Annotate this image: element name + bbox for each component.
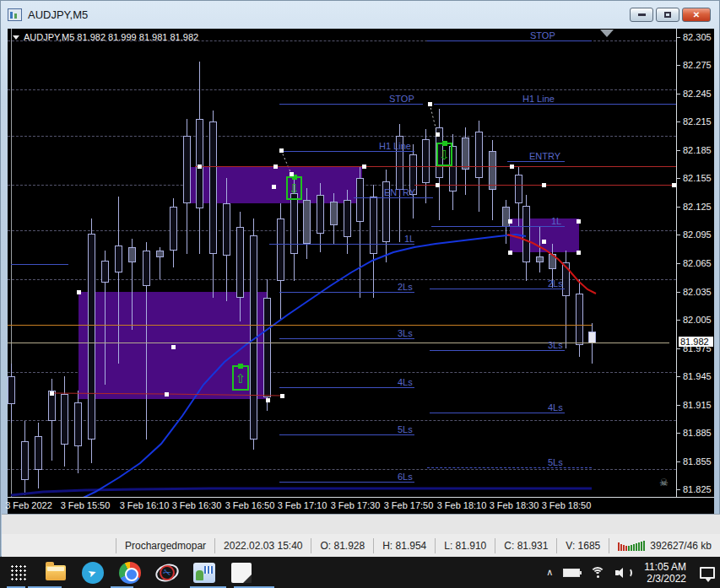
selection-handle[interactable] [165, 392, 169, 396]
level-line[interactable] [279, 104, 423, 105]
chart-window-icon [8, 8, 22, 21]
candle-body [223, 203, 230, 256]
price-tick-label: 82.215 [683, 116, 712, 127]
taskbar-item-chrome[interactable] [111, 557, 149, 588]
selection-handle[interactable] [542, 183, 546, 187]
price-tick [677, 348, 680, 349]
selection-handle[interactable] [266, 398, 270, 402]
battery-icon[interactable] [558, 557, 585, 588]
status-field: H: 81.954 [373, 538, 435, 553]
selection-handle[interactable] [273, 165, 278, 169]
candle-body [422, 139, 430, 183]
tray-expand-chevron-icon[interactable]: ∧ [541, 557, 558, 588]
price-tick [677, 235, 680, 235]
close-button[interactable]: ✕ [682, 8, 711, 22]
price-tick-label: 82.005 [683, 315, 712, 325]
selection-handle[interactable] [436, 183, 440, 187]
selection-handle[interactable] [279, 148, 284, 153]
level-line[interactable] [279, 387, 414, 388]
selection-handle[interactable] [362, 165, 366, 169]
level-line[interactable] [11, 264, 68, 265]
level-line[interactable] [279, 434, 414, 435]
price-tick [677, 121, 680, 122]
candle-body [115, 245, 122, 272]
selection-handle[interactable] [77, 290, 81, 294]
price-scale[interactable]: 82.30582.27582.24582.21582.18582.15582.1… [677, 29, 714, 497]
level-line[interactable] [354, 197, 433, 198]
level-line[interactable] [430, 350, 565, 351]
selection-handle[interactable] [436, 132, 440, 137]
candle-body [250, 235, 257, 440]
level-line[interactable] [507, 161, 565, 162]
time-tick-label: 3 Feb 16:50 [225, 500, 275, 510]
price-tick-label: 82.275 [683, 60, 712, 70]
level-line[interactable] [279, 338, 414, 339]
candle-body [8, 376, 15, 404]
restore-button[interactable] [656, 8, 679, 22]
buy-arrow-marker[interactable]: ⇧ [232, 365, 249, 391]
price-tick-label: 82.155 [683, 173, 712, 183]
candle-body [170, 207, 177, 251]
selection-handle[interactable] [542, 240, 546, 244]
selection-handle[interactable] [272, 185, 276, 189]
sell-arrow-marker[interactable]: ⇩ [436, 143, 452, 166]
level-line-dashed[interactable] [427, 467, 592, 468]
minimize-button[interactable] [630, 8, 653, 22]
action-center-icon[interactable] [695, 557, 720, 588]
level-label: 2Ls [398, 282, 413, 292]
price-tick [677, 320, 680, 321]
selection-handle[interactable] [510, 165, 514, 169]
price-tick-label: 82.305 [683, 32, 712, 42]
level-line[interactable] [431, 226, 565, 227]
screen: { "window": { "title": "AUDJPY,M5", "but… [0, 0, 720, 588]
taskbar-item-metatrader[interactable] [186, 557, 223, 588]
chrome-icon [119, 562, 141, 584]
chart-canvas[interactable]: AUDJPY,M5 81.982 81.999 81.981 81.982 ST… [8, 29, 676, 497]
level-line[interactable] [427, 40, 592, 41]
level-line[interactable] [279, 482, 414, 483]
level-line[interactable] [279, 151, 414, 152]
price-tick [677, 263, 680, 264]
taskbar-item-snipping-tool[interactable] [149, 557, 186, 588]
clock-date: 2/3/2022 [647, 573, 686, 585]
taskbar-item-notes[interactable] [223, 557, 260, 588]
selection-handle[interactable] [428, 102, 432, 106]
status-field: 2022.02.03 15:40 [214, 538, 311, 553]
start-button[interactable] [0, 557, 37, 588]
sell-arrow-marker[interactable]: ⇩ [286, 176, 302, 200]
time-tick-label: 3 Feb 18:10 [437, 500, 487, 510]
selection-handle[interactable] [171, 345, 176, 349]
selection-handle[interactable] [508, 251, 512, 255]
candle-body [536, 256, 544, 262]
level-line[interactable] [269, 244, 414, 245]
level-line[interactable] [430, 413, 565, 413]
selection-handle[interactable] [50, 391, 54, 396]
selection-handle[interactable] [198, 165, 202, 169]
time-scale[interactable]: 3 Feb 20223 Feb 15:503 Feb 16:103 Feb 16… [8, 498, 714, 514]
taskbar-clock[interactable]: 11:05 AM 2/3/2022 [636, 561, 695, 585]
chart-area[interactable]: AUDJPY,M5 81.982 81.999 81.981 81.982 ST… [8, 29, 714, 514]
taskbar-item-file-explorer[interactable] [37, 557, 74, 588]
selection-handle[interactable] [577, 251, 581, 255]
price-tick-label: 82.245 [683, 89, 712, 99]
price-tick-label: 82.035 [683, 287, 712, 297]
level-line[interactable] [279, 292, 414, 293]
selection-handle[interactable] [290, 172, 294, 176]
selection-handle[interactable] [280, 394, 284, 398]
candle-body [236, 227, 244, 298]
selection-handle[interactable] [508, 219, 512, 224]
candle-body [128, 247, 136, 262]
selection-handle[interactable] [577, 219, 581, 224]
level-line[interactable] [430, 289, 565, 289]
gridline [8, 420, 676, 421]
level-label: 3Ls [548, 340, 563, 350]
level-line[interactable] [434, 104, 676, 105]
wifi-icon[interactable] [585, 557, 610, 588]
rectangle-object[interactable] [510, 218, 579, 252]
taskbar-item-telegram[interactable]: ➤ [74, 557, 111, 588]
volume-icon[interactable] [610, 557, 636, 588]
horizontal-line-red[interactable] [195, 166, 676, 167]
chevron-down-icon [13, 35, 19, 40]
title-bar[interactable]: AUDJPY,M5 ✕ [1, 1, 719, 29]
horizontal-line-orange[interactable] [8, 325, 592, 326]
